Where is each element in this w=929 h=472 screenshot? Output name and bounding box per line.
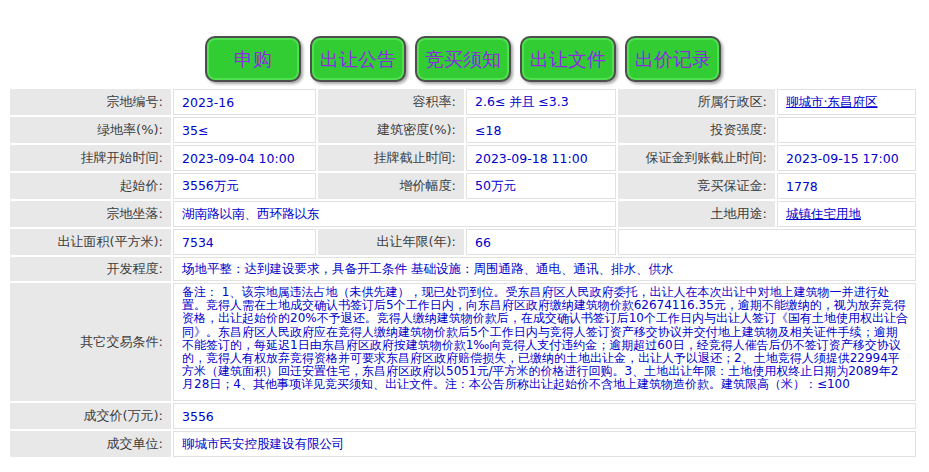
deal-unit-value: 聊城市民安控股建设有限公司: [173, 431, 916, 457]
transfer-documents-button[interactable]: 出让文件: [520, 36, 616, 82]
investment-intensity-label: 投资强度:: [618, 117, 775, 143]
bid-deposit-value: 1778: [777, 173, 916, 199]
deal-price-value: 3556: [173, 403, 916, 429]
parcel-number-value: 2023-16: [173, 89, 316, 115]
transfer-term-label: 出让年限(年):: [318, 229, 464, 255]
apply-purchase-button[interactable]: 申购: [205, 36, 301, 82]
land-listing-page: 申购 出让公告 竞买须知 出让文件 出价记录 宗地编号: 2023-16 容积率…: [0, 0, 929, 472]
transfer-area-value: 7534: [173, 229, 316, 255]
empty-cell: [618, 229, 916, 255]
deal-unit-label: 成交单位:: [10, 431, 171, 457]
price-increment-label: 增价幅度:: [318, 173, 464, 199]
bidding-notes-button[interactable]: 竞买须知: [415, 36, 511, 82]
plot-ratio-label: 容积率:: [318, 89, 464, 115]
toolbar: 申购 出让公告 竞买须知 出让文件 出价记录: [205, 36, 730, 82]
district-value: 聊城市·东昌府区: [777, 89, 916, 115]
district-label: 所属行政区:: [618, 89, 775, 115]
other-conditions-value: 备注： 1、该宗地属违法占地（未供先建），现已处罚到位。受东昌府区人民政府委托，…: [173, 283, 916, 401]
parcel-info-table: 宗地编号: 2023-16 容积率: 2.6≤ 并且 ≤3.3 所属行政区: 聊…: [10, 89, 916, 457]
parcel-number-label: 宗地编号:: [10, 89, 171, 115]
listing-end-time-value: 2023-09-18 11:00: [466, 145, 616, 171]
investment-intensity-value: [777, 117, 916, 143]
development-degree-value: 场地平整：达到建设要求，具备开工条件 基础设施：周围通路、通电、通讯、排水、供水: [173, 257, 916, 281]
building-density-value: ≤18: [466, 117, 616, 143]
building-density-label: 建筑密度(%):: [318, 117, 464, 143]
listing-start-time-label: 挂牌开始时间:: [10, 145, 171, 171]
land-use-value: 城镇住宅用地: [777, 201, 916, 227]
parcel-location-label: 宗地坐落:: [10, 201, 171, 227]
listing-start-time-value: 2023-09-04 10:00: [173, 145, 316, 171]
transfer-area-label: 出让面积(平方米):: [10, 229, 171, 255]
other-conditions-label: 其它交易条件:: [10, 283, 171, 401]
green-rate-value: 35≤: [173, 117, 316, 143]
listing-end-time-label: 挂牌截止时间:: [318, 145, 464, 171]
bid-deposit-label: 竞买保证金:: [618, 173, 775, 199]
transfer-term-value: 66: [466, 229, 616, 255]
parcel-location-value: 湖南路以南、西环路以东: [173, 201, 616, 227]
bid-records-button[interactable]: 出价记录: [625, 36, 721, 82]
plot-ratio-value: 2.6≤ 并且 ≤3.3: [466, 89, 616, 115]
green-rate-label: 绿地率(%):: [10, 117, 171, 143]
deposit-deadline-label: 保证金到账截止时间:: [618, 145, 775, 171]
district-link[interactable]: 聊城市·东昌府区: [786, 94, 877, 111]
land-use-link[interactable]: 城镇住宅用地: [786, 206, 861, 223]
price-increment-value: 50万元: [466, 173, 616, 199]
starting-price-value: 3556万元: [173, 173, 316, 199]
starting-price-label: 起始价:: [10, 173, 171, 199]
deal-price-label: 成交价(万元):: [10, 403, 171, 429]
land-use-label: 土地用途:: [618, 201, 775, 227]
deposit-deadline-value: 2023-09-15 17:00: [777, 145, 916, 171]
transfer-announcement-button[interactable]: 出让公告: [310, 36, 406, 82]
development-degree-label: 开发程度:: [10, 257, 171, 281]
